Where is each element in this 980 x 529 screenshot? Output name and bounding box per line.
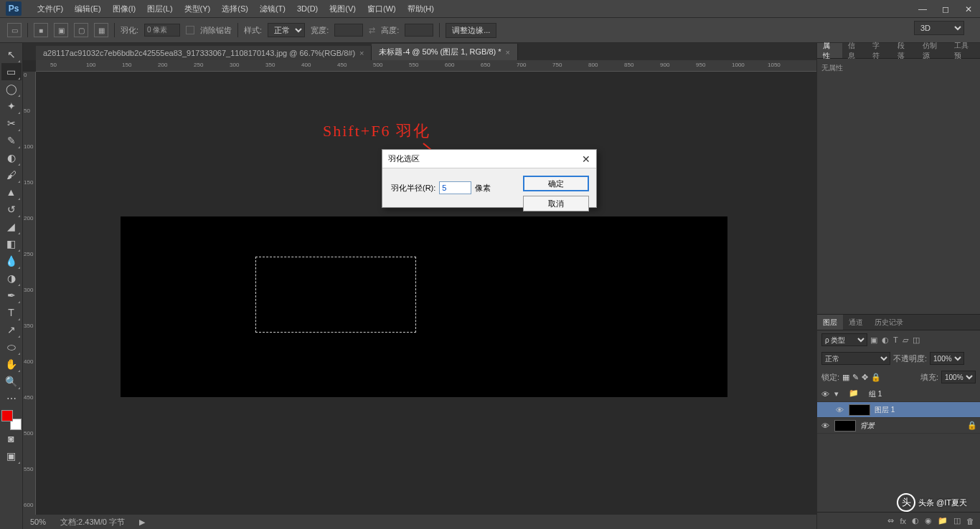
type-tool[interactable]: T xyxy=(1,304,22,321)
width-input[interactable] xyxy=(334,24,363,37)
tab-paragraph[interactable]: 段落 xyxy=(892,43,917,58)
canvas[interactable] xyxy=(121,216,727,397)
document-tab[interactable]: a28117ac91032c7eb6bdb2c42555ea83_9173330… xyxy=(36,46,372,60)
feather-radius-input[interactable] xyxy=(439,181,471,194)
crop-tool[interactable]: ✂ xyxy=(1,115,22,132)
lock-brush-icon[interactable]: ✎ xyxy=(852,373,859,382)
screenmode-tool[interactable]: ▣ xyxy=(1,447,22,464)
lock-pixels-icon[interactable]: ▦ xyxy=(842,373,849,382)
status-arrow-icon[interactable]: ▶ xyxy=(139,518,145,527)
path-tool[interactable]: ↗ xyxy=(1,321,22,338)
fx-icon[interactable]: fx xyxy=(900,517,906,525)
swap-icon[interactable]: ⇄ xyxy=(369,26,375,35)
fill-select[interactable]: 100% xyxy=(941,371,976,383)
new-layer-icon[interactable]: ◫ xyxy=(953,516,961,525)
tab-info[interactable]: 信息 xyxy=(842,43,867,58)
selection-add-icon[interactable]: ▣ xyxy=(54,23,68,37)
shape-tool[interactable]: ⬭ xyxy=(1,338,22,356)
tab-toolpreset[interactable]: 工具预 xyxy=(948,43,980,58)
lock-all-icon[interactable]: 🔒 xyxy=(871,373,881,382)
history-brush-tool[interactable]: ↺ xyxy=(1,201,22,218)
tab-close-icon[interactable]: × xyxy=(359,49,364,57)
zoom-tool[interactable]: 🔍 xyxy=(1,373,22,390)
ok-button[interactable]: 确定 xyxy=(523,176,589,191)
eyedropper-tool[interactable]: ✎ xyxy=(1,132,22,149)
layer-name[interactable]: 组 1 xyxy=(869,389,882,399)
tab-close-icon[interactable]: × xyxy=(506,48,510,57)
eraser-tool[interactable]: ◢ xyxy=(1,218,22,235)
menu-type[interactable]: 类型(Y) xyxy=(179,4,217,14)
filter-type-icon[interactable]: T xyxy=(893,335,898,345)
gradient-tool[interactable]: ◧ xyxy=(1,235,22,252)
layer-filter-select[interactable]: ρ 类型 xyxy=(821,333,867,346)
menu-select[interactable]: 选择(S) xyxy=(216,4,254,14)
height-input[interactable] xyxy=(405,24,433,37)
minimize-button[interactable]: — xyxy=(911,0,934,18)
tab-channels[interactable]: 通道 xyxy=(843,315,869,330)
stamp-tool[interactable]: ▲ xyxy=(1,184,22,201)
selection-subtract-icon[interactable]: ▢ xyxy=(74,23,88,37)
adjustment-icon[interactable]: ◉ xyxy=(925,516,932,525)
filter-shape-icon[interactable]: ▱ xyxy=(903,335,908,345)
layer-row-group[interactable]: 👁 ▾ 📁 组 1 xyxy=(817,386,980,402)
move-tool[interactable]: ↖ xyxy=(1,46,22,63)
marquee-tool[interactable]: ▭ xyxy=(1,63,22,80)
tool-preset-icon[interactable]: ▭ xyxy=(7,23,22,37)
dodge-tool[interactable]: ◑ xyxy=(1,270,22,287)
menu-edit[interactable]: 编辑(E) xyxy=(69,4,107,14)
blur-tool[interactable]: 💧 xyxy=(1,252,22,270)
more-tool[interactable]: ⋯ xyxy=(1,390,22,407)
heal-tool[interactable]: ◐ xyxy=(1,149,22,166)
tab-character[interactable]: 字符 xyxy=(867,43,892,58)
menu-filter[interactable]: 滤镜(T) xyxy=(254,4,291,14)
menu-3d[interactable]: 3D(D) xyxy=(291,4,324,13)
expand-icon[interactable]: ▾ xyxy=(834,389,839,399)
selection-intersect-icon[interactable]: ▦ xyxy=(94,23,108,37)
selection-new-icon[interactable]: ■ xyxy=(34,23,48,37)
maximize-button[interactable]: ◻ xyxy=(934,0,957,18)
delete-icon[interactable]: 🗑 xyxy=(966,517,974,525)
lock-position-icon[interactable]: ✥ xyxy=(862,373,868,382)
menu-window[interactable]: 窗口(W) xyxy=(362,4,402,14)
filter-adjust-icon[interactable]: ◐ xyxy=(882,335,889,345)
menu-file[interactable]: 文件(F) xyxy=(32,4,69,14)
menu-view[interactable]: 视图(V) xyxy=(324,4,362,14)
menu-layer[interactable]: 图层(L) xyxy=(141,4,178,14)
filter-image-icon[interactable]: ▣ xyxy=(870,335,877,345)
blend-mode-select[interactable]: 正常 xyxy=(821,352,890,365)
cancel-button[interactable]: 取消 xyxy=(523,196,589,211)
tab-history[interactable]: 历史记录 xyxy=(869,315,909,330)
filter-smart-icon[interactable]: ◫ xyxy=(913,335,920,345)
visibility-icon[interactable]: 👁 xyxy=(820,421,830,430)
visibility-icon[interactable]: 👁 xyxy=(820,390,830,399)
menu-image[interactable]: 图像(I) xyxy=(107,4,141,14)
fg-color[interactable] xyxy=(1,410,13,421)
brush-tool[interactable]: 🖌 xyxy=(1,166,22,184)
lasso-tool[interactable]: ◯ xyxy=(1,80,22,97)
opacity-select[interactable]: 100% xyxy=(930,352,964,365)
dialog-close-icon[interactable]: ✕ xyxy=(582,153,590,165)
pen-tool[interactable]: ✒ xyxy=(1,287,22,304)
layer-row-background[interactable]: 👁 背景 🔒 xyxy=(817,418,980,434)
antialias-checkbox[interactable] xyxy=(186,26,194,34)
mask-icon[interactable]: ◐ xyxy=(912,516,919,525)
tab-clone[interactable]: 仿制源 xyxy=(917,43,948,58)
hand-tool[interactable]: ✋ xyxy=(1,356,22,373)
document-tab[interactable]: 未标题-4 @ 50% (图层 1, RGB/8) *× xyxy=(372,44,518,60)
layer-row[interactable]: 👁 图层 1 xyxy=(817,402,980,418)
link-layers-icon[interactable]: ⇔ xyxy=(887,516,894,525)
tab-layers[interactable]: 图层 xyxy=(817,315,843,330)
wand-tool[interactable]: ✦ xyxy=(1,97,22,115)
quickmask-tool[interactable]: ◙ xyxy=(1,430,22,447)
feather-input[interactable] xyxy=(144,24,180,37)
style-select[interactable]: 正常 xyxy=(268,23,305,37)
layer-name[interactable]: 图层 1 xyxy=(875,405,895,415)
close-button[interactable]: ✕ xyxy=(957,0,980,18)
color-swatches[interactable] xyxy=(1,410,22,430)
visibility-icon[interactable]: 👁 xyxy=(834,406,844,414)
group-icon[interactable]: 📁 xyxy=(938,516,948,525)
zoom-level[interactable]: 50% xyxy=(30,518,46,526)
tab-properties[interactable]: 属性 xyxy=(817,43,842,58)
menu-help[interactable]: 帮助(H) xyxy=(402,4,440,14)
3d-select[interactable]: 3D xyxy=(914,21,964,35)
